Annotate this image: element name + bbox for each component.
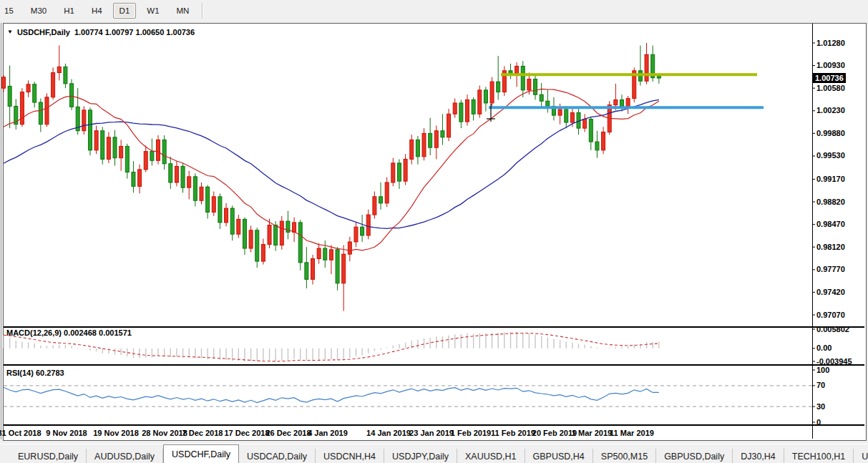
tab-usdjpy-daily[interactable]: USDJPY,Daily (384, 449, 457, 463)
timeframe-button-w1[interactable]: W1 (140, 3, 165, 19)
tab-audusd-daily[interactable]: AUDUSD,Daily (87, 449, 163, 463)
date-axis-label: 19 Nov 2018 (93, 429, 139, 437)
chart-window[interactable] (3, 23, 867, 441)
tab-gbpusd-daily[interactable]: GBPUSD,Daily (656, 449, 733, 463)
timeframe-button-m30[interactable]: M30 (24, 3, 53, 19)
macd-indicator-label: MACD(12,26,9) 0.002468 0.001571 (6, 328, 132, 337)
tab-xauusd-h1[interactable]: XAUUSD,H1 (457, 449, 525, 463)
symbol-list-expand-icon[interactable]: ▼ (7, 29, 13, 35)
date-axis-label: 14 Jan 2019 (366, 429, 411, 437)
date-axis-label: 28 Nov 2018 (142, 429, 187, 437)
tab-sp500-m15[interactable]: SP500,M15 (593, 449, 656, 463)
macd-axis-label: -0.003945 (816, 357, 852, 366)
date-axis-label: 17 Dec 2018 (225, 429, 270, 437)
rsi-axis-label: 0 (816, 418, 821, 427)
macd-axis-label: 0.00 (816, 343, 832, 352)
price-axis-label: 1.00230 (816, 106, 845, 114)
timeframe-button-h1[interactable]: H1 (57, 3, 81, 19)
price-axis-label: 0.97770 (816, 265, 845, 273)
timeframe-button-mn[interactable]: MN (170, 3, 196, 19)
window-left-edge (1, 23, 1, 439)
rsi-axis-label: 100 (816, 366, 829, 374)
chart-symbol-label: USDCHF,Daily (17, 28, 70, 36)
tab-gbpusd-h4[interactable]: GBPUSD,H4 (525, 449, 593, 463)
chart-ohlc-values: 1.00774 1.00797 1.00650 1.00736 (74, 28, 195, 36)
chart-title: ▼ USDCHF,Daily 1.00774 1.00797 1.00650 1… (7, 28, 195, 36)
tab-eurusd-daily[interactable]: EURUSD,Daily (10, 449, 87, 463)
price-axis-label: 0.99880 (816, 129, 845, 137)
tab-usdcnh-h4[interactable]: USDCNH,H4 (316, 449, 384, 463)
price-axis-label: 0.98120 (816, 243, 845, 251)
macd-axis-label: 0.005802 (816, 325, 849, 333)
tab-tech100-h1[interactable]: TECH100,H1 (784, 449, 854, 463)
date-axis-label: 9 Nov 2018 (46, 429, 87, 437)
price-axis-label: 1.01280 (816, 39, 845, 47)
date-axis-label: 23 Jan 2019 (409, 429, 454, 437)
tab-dj30-h4[interactable]: DJ30,H4 (733, 449, 784, 463)
timeframe-toolbar: 15M30H1H4D1W1MN (0, 0, 868, 21)
price-axis-label: 1.00930 (816, 61, 845, 69)
price-axis-label: 0.99170 (816, 175, 845, 183)
tab-usdchf-daily[interactable]: USDCHF,Daily (163, 444, 239, 463)
price-axis-label: 0.99530 (816, 151, 845, 160)
rsi-axis-label: 30 (816, 402, 825, 411)
date-axis-label: 11 Feb 2019 (491, 429, 535, 437)
tab-usdcad-daily[interactable]: USDCAD,Daily (239, 449, 316, 463)
date-axis-label: 1 Mar 2019 (572, 429, 612, 437)
timeframe-button-15[interactable]: 15 (0, 3, 20, 19)
date-axis-label: 26 Dec 2018 (266, 429, 311, 437)
price-axis-line (812, 24, 813, 439)
date-axis-label: 1 Feb 2019 (451, 429, 491, 437)
price-axis-label: 1.00580 (816, 84, 845, 92)
pane-separator[interactable] (4, 424, 864, 426)
price-axis-label: 0.98820 (816, 198, 845, 206)
current-price-tag: 1.00736 (813, 73, 846, 83)
tab-ukc[interactable]: UKC (854, 449, 868, 463)
timeframe-button-d1[interactable]: D1 (113, 3, 137, 19)
timeframe-button-h4[interactable]: H4 (85, 3, 109, 19)
date-axis-label: 31 Oct 2018 (0, 429, 42, 437)
rsi-axis-label: 70 (816, 381, 825, 389)
date-axis-label: 4 Jan 2019 (308, 429, 348, 437)
pane-separator[interactable] (4, 364, 864, 366)
toolbar-separator (202, 3, 203, 19)
date-axis-label: 7 Dec 2018 (182, 429, 223, 437)
price-axis-label: 0.98470 (816, 220, 845, 228)
price-axis-label: 0.97420 (816, 288, 845, 296)
date-axis-label: 11 Mar 2019 (610, 429, 654, 437)
pane-separator[interactable] (4, 326, 864, 328)
rsi-indicator-label: RSI(14) 60.2783 (6, 369, 64, 377)
price-axis-label: 0.97070 (816, 311, 845, 319)
date-axis-label: 20 Feb 2019 (532, 429, 577, 437)
symbol-tab-bar: EURUSD,DailyAUDUSD,DailyUSDCHF,DailyUSDC… (0, 444, 868, 463)
